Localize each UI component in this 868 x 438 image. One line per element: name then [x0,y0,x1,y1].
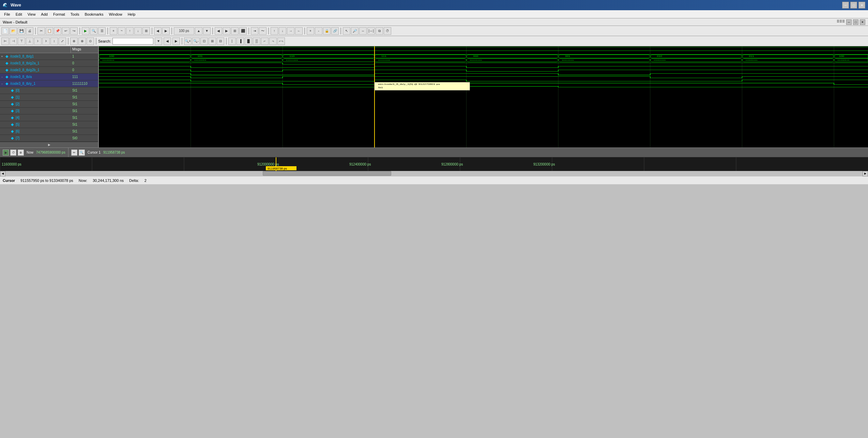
scroll-right-btn[interactable]: ▶ [863,171,868,176]
tb2-2[interactable]: ⊣ [10,37,17,45]
menu-window[interactable]: Window [106,12,125,17]
tb2-9[interactable]: ⊕ [70,37,78,45]
add-signal-button[interactable]: ~ [118,27,125,35]
cut-button[interactable]: ✂ [37,27,45,35]
zoom-sel-btn[interactable]: ⊞ [209,37,216,45]
tb2-3[interactable]: ⊤ [18,37,25,45]
close-button[interactable]: ✕ [858,2,865,9]
signal-row-g2a[interactable]: ◆ /code3_8_tb/g2a_1 0 [0,60,98,67]
signal-row-4[interactable]: ◆ [4] St1 [0,114,98,121]
tb2-8[interactable]: ⤢ [59,37,66,45]
sig-btn-3[interactable]: █ [245,37,252,45]
cursor-step-btn[interactable]: → [287,27,294,35]
prev-cursor-btn[interactable]: ◀ [215,27,222,35]
stop-btn[interactable]: ⬛ [239,27,247,35]
search-dropdown-btn[interactable]: ▼ [155,37,162,45]
goto-btn[interactable]: ⇥ [251,27,258,35]
cursor-ctrl-2[interactable]: 🔍 [79,150,85,156]
scroll-left-btn[interactable]: ◀ [0,171,5,176]
sig-btn-2[interactable]: ▐ [237,37,244,45]
sig-btn-4[interactable]: ▒ [253,37,260,45]
select-tool-btn[interactable]: ↖ [343,27,350,35]
link-cursor-btn[interactable]: 🔗 [331,27,339,35]
add-wave-button[interactable]: + [110,27,117,35]
signal-panel-expand-btn[interactable]: ▶ [0,142,98,147]
menu-tools[interactable]: Tools [68,12,82,17]
next-cursor-btn[interactable]: ▶ [223,27,230,35]
undo-button[interactable]: ↩ [62,27,70,35]
tb2-11[interactable]: ⊙ [87,37,94,45]
cursor-ctrl-1[interactable]: ✏ [71,150,77,156]
tb-tool-3[interactable]: ↔ [359,27,367,35]
sub-maximize-btn[interactable]: □ [853,19,858,25]
tb-btn-4[interactable]: ↓ [134,27,142,35]
menu-edit[interactable]: Edit [13,12,25,17]
paste-button[interactable]: 📌 [54,27,61,35]
zoom-win-btn[interactable]: ⊟ [217,37,224,45]
signal-row-3[interactable]: ◆ [3] St1 [0,108,98,114]
sim-ctrl-2[interactable]: ⏱ [10,150,16,156]
signal-row-g2b[interactable]: ◆ /code3_8_tb/g2b_1 0 [0,67,98,74]
sig-btn-5[interactable]: ⌐ [261,37,269,45]
signal-row-2[interactable]: ◆ [2] St1 [0,101,98,108]
tb-btn-3[interactable]: ↑ [126,27,134,35]
sig-btn-7[interactable]: ⌐¬ [277,37,285,45]
list-button[interactable]: ☰ [98,27,106,35]
tb2-7[interactable]: ↕ [50,37,58,45]
tb2-4[interactable]: ⊥ [26,37,33,45]
add-cursor-btn[interactable]: + [307,27,314,35]
signal-row-7[interactable]: ◆ [7] St0 [0,135,98,142]
tb-tool-4[interactable]: |↔| [367,27,375,35]
scroll-track[interactable] [5,171,863,176]
cursor-back-btn[interactable]: ← [295,27,303,35]
new-button[interactable]: 📄 [1,27,9,35]
timeline-area[interactable]: 11600000 ps 912000000 ps 912400000 ps 91… [0,157,868,171]
sig-btn-1[interactable]: | [228,37,236,45]
print-button[interactable]: 🖨 [26,27,33,35]
time-dn-btn[interactable]: ▼ [203,27,211,35]
search-prev-btn[interactable]: ◀ [164,37,171,45]
step-fwd-button[interactable]: ▶ [162,27,170,35]
zoom-in-btn[interactable]: 🔍+ [184,37,192,45]
horizontal-scrollbar[interactable]: ◀ ▶ [0,171,868,176]
sim-ctrl-1[interactable]: ▶ [3,150,9,156]
expand-y1[interactable]: - [0,82,4,85]
zoom-tool-btn[interactable]: 🔎 [351,27,359,35]
menu-file[interactable]: File [1,12,13,17]
open-button[interactable]: 📂 [10,27,17,35]
redo-button[interactable]: ↪ [70,27,78,35]
run-button[interactable]: ▶ [82,27,89,35]
expand-g1[interactable]: + [0,55,4,58]
signal-row-g1[interactable]: + ◆ /code3_8_tb/g1 1 [0,53,98,60]
tb2-5[interactable]: ⊦ [34,37,42,45]
step-back-button[interactable]: ◀ [154,27,162,35]
menu-bookmarks[interactable]: Bookmarks [82,12,106,17]
search-input[interactable] [112,38,153,45]
sub-minimize-btn[interactable]: ─ [846,19,852,25]
zoom-fit-btn[interactable]: ⊞ [231,27,239,35]
cursor-up-btn[interactable]: ↑ [271,27,278,35]
signal-row-a[interactable]: - ◆ /code3_8_tb/a 111 [0,74,98,80]
zoom-out-btn[interactable]: 🔍- [192,37,200,45]
tb-tool-6[interactable]: ⏱ [384,27,391,35]
expand-a[interactable]: - [0,75,4,79]
save-button[interactable]: 💾 [18,27,25,35]
sim-ctrl-3[interactable]: ⊕ [18,150,24,156]
tb-btn-5[interactable]: ⊞ [142,27,150,35]
wave-btn-1[interactable]: 〜 [259,27,267,35]
time-input-btn[interactable]: 100 ps [174,27,194,35]
sig-btn-6[interactable]: ¬ [269,37,277,45]
sub-close-btn[interactable]: ✕ [860,19,865,25]
maximize-button[interactable]: □ [850,2,857,9]
tb-tool-5[interactable]: ⧉ [376,27,383,35]
signal-row-0[interactable]: ◆ [0] St1 [0,87,98,94]
search-next-btn[interactable]: ▶ [172,37,180,45]
menu-view[interactable]: View [25,12,39,17]
lock-cursor-btn[interactable]: 🔒 [323,27,331,35]
waveform-area[interactable]: 100 101 110 111 000 001 010 011 100 1111… [99,46,868,147]
menu-help[interactable]: Help [125,12,138,17]
tb2-1[interactable]: ⊢ [1,37,9,45]
scroll-thumb[interactable] [263,171,391,176]
minimize-button[interactable]: ─ [842,2,849,9]
tb2-10[interactable]: ⊗ [78,37,86,45]
